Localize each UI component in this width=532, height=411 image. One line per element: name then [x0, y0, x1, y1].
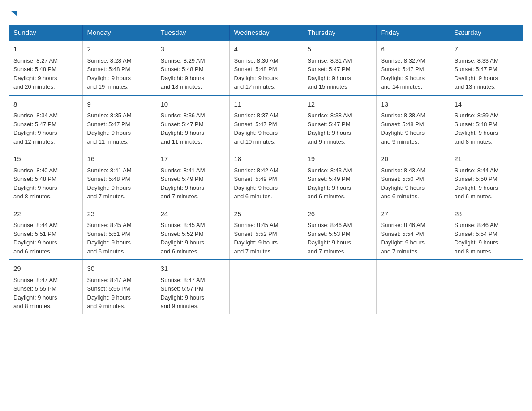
- sunrise-info: Sunrise: 8:40 AM: [13, 166, 78, 175]
- sunrise-info: Sunrise: 8:43 AM: [308, 166, 372, 175]
- sunset-info: Sunset: 5:47 PM: [308, 65, 372, 74]
- calendar-cell: 23Sunrise: 8:45 AMSunset: 5:51 PMDayligh…: [82, 205, 156, 260]
- sunset-info: Sunset: 5:48 PM: [381, 120, 445, 129]
- daylight-minutes: and 11 minutes.: [87, 137, 151, 146]
- sunrise-info: Sunrise: 8:47 AM: [87, 276, 151, 285]
- day-number: 15: [13, 154, 78, 164]
- day-number: 7: [455, 44, 519, 55]
- sunset-info: Sunset: 5:54 PM: [381, 230, 445, 239]
- daylight-minutes: and 7 minutes.: [161, 192, 225, 201]
- sunset-info: Sunset: 5:50 PM: [381, 175, 445, 184]
- sunrise-info: Sunrise: 8:41 AM: [161, 166, 225, 175]
- daylight-info: Daylight: 9 hours: [234, 74, 298, 83]
- daylight-minutes: and 7 minutes.: [87, 192, 151, 201]
- day-number: 21: [455, 154, 519, 164]
- sunset-info: Sunset: 5:56 PM: [87, 284, 151, 293]
- daylight-info: Daylight: 9 hours: [381, 74, 445, 83]
- day-number: 1: [13, 44, 78, 55]
- calendar-cell: 28Sunrise: 8:46 AMSunset: 5:54 PMDayligh…: [450, 205, 523, 260]
- day-number: 27: [381, 209, 445, 219]
- calendar-cell: 6Sunrise: 8:32 AMSunset: 5:47 PMDaylight…: [376, 40, 450, 95]
- sunset-info: Sunset: 5:55 PM: [13, 284, 78, 293]
- weekday-header-sunday: Sunday: [9, 25, 82, 40]
- daylight-info: Daylight: 9 hours: [381, 128, 445, 137]
- calendar-cell: 12Sunrise: 8:38 AMSunset: 5:47 PMDayligh…: [303, 95, 376, 150]
- daylight-minutes: and 6 minutes.: [13, 247, 78, 256]
- sunrise-info: Sunrise: 8:44 AM: [13, 221, 78, 230]
- calendar-week-row: 8Sunrise: 8:34 AMSunset: 5:47 PMDaylight…: [9, 95, 523, 150]
- sunrise-info: Sunrise: 8:42 AM: [234, 166, 298, 175]
- sunrise-info: Sunrise: 8:36 AM: [161, 111, 225, 120]
- daylight-info: Daylight: 9 hours: [161, 128, 225, 137]
- calendar-cell: 17Sunrise: 8:41 AMSunset: 5:49 PMDayligh…: [156, 150, 229, 205]
- daylight-minutes: and 18 minutes.: [161, 82, 225, 91]
- daylight-minutes: and 14 minutes.: [381, 82, 445, 91]
- calendar-cell: 30Sunrise: 8:47 AMSunset: 5:56 PMDayligh…: [82, 260, 156, 314]
- daylight-info: Daylight: 9 hours: [87, 184, 151, 193]
- calendar-cell: 18Sunrise: 8:42 AMSunset: 5:49 PMDayligh…: [229, 150, 303, 205]
- day-number: 31: [161, 264, 225, 274]
- page-header: [9, 9, 523, 21]
- daylight-minutes: and 6 minutes.: [381, 192, 445, 201]
- daylight-minutes: and 6 minutes.: [87, 247, 151, 256]
- weekday-header-tuesday: Tuesday: [156, 25, 229, 40]
- calendar-cell: [376, 260, 450, 314]
- day-number: 9: [87, 99, 151, 110]
- daylight-minutes: and 20 minutes.: [13, 82, 78, 91]
- day-number: 18: [234, 154, 298, 164]
- daylight-minutes: and 7 minutes.: [308, 247, 372, 256]
- calendar-cell: 14Sunrise: 8:39 AMSunset: 5:48 PMDayligh…: [450, 95, 523, 150]
- sunrise-info: Sunrise: 8:38 AM: [381, 111, 445, 120]
- daylight-minutes: and 15 minutes.: [308, 82, 372, 91]
- daylight-info: Daylight: 9 hours: [161, 293, 225, 302]
- calendar-cell: [229, 260, 303, 314]
- weekday-header-monday: Monday: [82, 25, 156, 40]
- logo-icon: [9, 9, 19, 19]
- daylight-minutes: and 6 minutes.: [308, 192, 372, 201]
- svg-marker-0: [11, 11, 17, 16]
- calendar-cell: 25Sunrise: 8:45 AMSunset: 5:52 PMDayligh…: [229, 205, 303, 260]
- daylight-info: Daylight: 9 hours: [13, 293, 78, 302]
- daylight-info: Daylight: 9 hours: [161, 238, 225, 247]
- sunset-info: Sunset: 5:47 PM: [161, 120, 225, 129]
- sunset-info: Sunset: 5:52 PM: [234, 230, 298, 239]
- sunset-info: Sunset: 5:47 PM: [13, 120, 78, 129]
- sunset-info: Sunset: 5:47 PM: [381, 65, 445, 74]
- calendar-cell: 16Sunrise: 8:41 AMSunset: 5:48 PMDayligh…: [82, 150, 156, 205]
- day-number: 8: [13, 99, 78, 110]
- day-number: 3: [161, 44, 225, 55]
- sunrise-info: Sunrise: 8:32 AM: [381, 56, 445, 65]
- calendar-cell: 20Sunrise: 8:43 AMSunset: 5:50 PMDayligh…: [376, 150, 450, 205]
- calendar-cell: 8Sunrise: 8:34 AMSunset: 5:47 PMDaylight…: [9, 95, 82, 150]
- daylight-info: Daylight: 9 hours: [234, 128, 298, 137]
- sunset-info: Sunset: 5:48 PM: [13, 175, 78, 184]
- daylight-info: Daylight: 9 hours: [308, 184, 372, 193]
- sunset-info: Sunset: 5:53 PM: [308, 230, 372, 239]
- calendar-cell: 19Sunrise: 8:43 AMSunset: 5:49 PMDayligh…: [303, 150, 376, 205]
- day-number: 24: [161, 209, 225, 219]
- daylight-minutes: and 19 minutes.: [87, 82, 151, 91]
- calendar-cell: 24Sunrise: 8:45 AMSunset: 5:52 PMDayligh…: [156, 205, 229, 260]
- day-number: 28: [455, 209, 519, 219]
- sunset-info: Sunset: 5:49 PM: [234, 175, 298, 184]
- sunrise-info: Sunrise: 8:43 AM: [381, 166, 445, 175]
- daylight-info: Daylight: 9 hours: [455, 238, 519, 247]
- day-number: 20: [381, 154, 445, 164]
- sunrise-info: Sunrise: 8:33 AM: [455, 56, 519, 65]
- day-number: 29: [13, 264, 78, 274]
- sunset-info: Sunset: 5:48 PM: [234, 65, 298, 74]
- daylight-info: Daylight: 9 hours: [87, 74, 151, 83]
- sunset-info: Sunset: 5:48 PM: [87, 175, 151, 184]
- calendar-cell: 9Sunrise: 8:35 AMSunset: 5:47 PMDaylight…: [82, 95, 156, 150]
- day-number: 23: [87, 209, 151, 219]
- calendar-cell: 29Sunrise: 8:47 AMSunset: 5:55 PMDayligh…: [9, 260, 82, 314]
- day-number: 22: [13, 209, 78, 219]
- daylight-info: Daylight: 9 hours: [455, 184, 519, 193]
- daylight-info: Daylight: 9 hours: [87, 293, 151, 302]
- daylight-minutes: and 10 minutes.: [234, 137, 298, 146]
- daylight-minutes: and 9 minutes.: [381, 137, 445, 146]
- sunrise-info: Sunrise: 8:34 AM: [13, 111, 78, 120]
- calendar-week-row: 1Sunrise: 8:27 AMSunset: 5:48 PMDaylight…: [9, 40, 523, 95]
- sunrise-info: Sunrise: 8:46 AM: [381, 221, 445, 230]
- sunrise-info: Sunrise: 8:41 AM: [87, 166, 151, 175]
